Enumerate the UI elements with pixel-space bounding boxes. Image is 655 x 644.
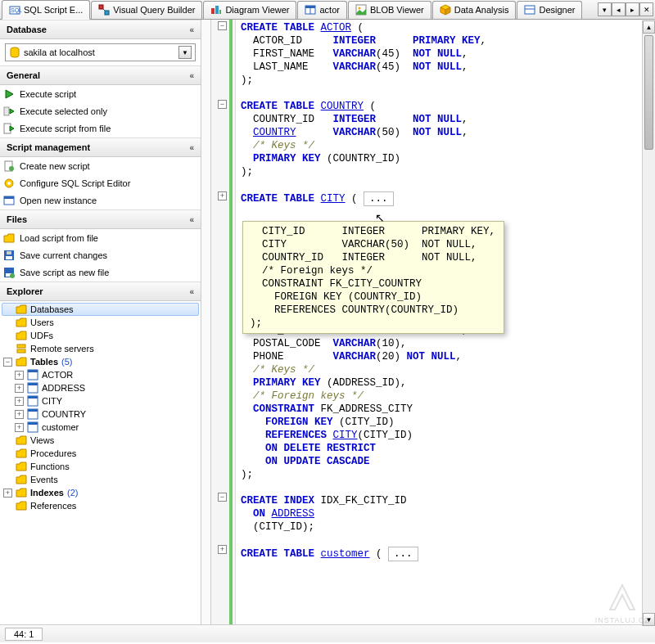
expand-icon[interactable]: + — [3, 489, 12, 498]
chevron-down-icon[interactable]: ▼ — [178, 46, 192, 59]
tab-next-button[interactable]: ▸ — [626, 2, 639, 16]
expand-icon[interactable]: + — [15, 397, 24, 406]
database-combo[interactable]: sakila at localhost ▼ — [5, 43, 196, 61]
tab-label: SQL Script E... — [24, 5, 83, 15]
tab-prev-button[interactable]: ◂ — [612, 2, 626, 16]
collapse-icon[interactable]: « — [189, 287, 194, 296]
fold-expand-icon[interactable]: + — [218, 545, 227, 554]
configure-sql-script-editor[interactable]: Configure SQL Script Editor — [2, 176, 199, 191]
tab-bar: SQL SQL Script E... Visual Query Builder… — [0, 0, 655, 20]
expand-icon[interactable]: + — [15, 423, 24, 432]
table-icon — [27, 369, 38, 381]
tree-tables[interactable]: −Tables (5) — [2, 355, 199, 368]
tree-databases[interactable]: Databases — [2, 303, 199, 316]
tree-table-city[interactable]: +CITY — [2, 394, 199, 408]
fold-expand-icon[interactable]: + — [218, 191, 227, 200]
svg-rect-13 — [525, 6, 535, 14]
svg-point-12 — [358, 7, 360, 10]
collapse-icon[interactable]: − — [3, 358, 12, 367]
tab-diagram-viewer[interactable]: Diagram Viewer — [203, 1, 296, 19]
folder-icon — [16, 330, 27, 341]
collapse-icon[interactable]: « — [189, 25, 194, 34]
database-icon — [9, 47, 20, 58]
execute-script[interactable]: Execute script — [2, 87, 199, 101]
tree-users[interactable]: Users — [2, 316, 199, 329]
fold-collapse-icon[interactable]: − — [218, 493, 227, 502]
scroll-thumb[interactable] — [644, 35, 653, 150]
svg-rect-26 — [7, 251, 11, 254]
tree-table-country[interactable]: +COUNTRY — [2, 408, 199, 421]
tab-label: Designer — [539, 5, 575, 15]
table-icon — [27, 421, 38, 433]
scroll-up-button[interactable]: ▲ — [643, 20, 655, 34]
tree-views[interactable]: Views — [2, 434, 199, 447]
tab-designer[interactable]: Designer — [517, 1, 582, 19]
folder-icon — [16, 474, 27, 485]
collapse-icon[interactable]: « — [189, 215, 194, 224]
load-script-from-file[interactable]: Load script from file — [2, 231, 199, 245]
panel-files-head[interactable]: Files « — [0, 209, 201, 229]
tab-visual-query-builder[interactable]: Visual Query Builder — [91, 1, 202, 19]
save-current-changes[interactable]: Save current changes — [2, 248, 199, 263]
tree-indexes[interactable]: +Indexes (2) — [2, 486, 199, 499]
sidebar: Database « sakila at localhost ▼ General… — [0, 20, 201, 624]
tab-label: Diagram Viewer — [225, 5, 289, 15]
save-script-as-new-file[interactable]: Save script as new file — [2, 265, 199, 280]
fold-collapse-icon[interactable]: − — [218, 21, 227, 30]
vertical-scrollbar[interactable]: ▲ ▼ — [642, 20, 655, 626]
database-combo-value: sakila at localhost — [24, 47, 95, 57]
code-tooltip: CITY_ID INTEGER PRIMARY KEY, CITY VARCHA… — [242, 221, 504, 334]
tree-functions[interactable]: Functions — [2, 460, 199, 473]
open-new-instance[interactable]: Open new instance — [2, 193, 199, 208]
execute-script-from-file[interactable]: Execute script from file — [2, 121, 199, 136]
expand-icon[interactable]: + — [15, 410, 24, 419]
collapse-icon[interactable]: « — [189, 143, 194, 152]
expand-icon[interactable]: + — [15, 371, 24, 380]
play-partial-icon — [3, 106, 15, 117]
folder-icon — [16, 356, 27, 367]
tree-table-address[interactable]: +ADDRESS — [2, 381, 199, 394]
tree-events[interactable]: Events — [2, 473, 199, 486]
execute-selected-only[interactable]: Execute selected only — [2, 104, 199, 119]
create-new-script[interactable]: Create new script — [2, 159, 199, 173]
panel-title: Script management — [7, 142, 90, 152]
tree-references[interactable]: References — [2, 499, 199, 512]
svg-rect-35 — [28, 383, 38, 385]
editor-ruler — [201, 20, 211, 624]
panel-general-head[interactable]: General « — [0, 65, 201, 85]
gear-icon — [3, 178, 15, 189]
collapse-icon[interactable]: « — [189, 71, 194, 80]
svg-rect-5 — [211, 8, 215, 14]
folder-icon — [16, 304, 27, 315]
folder-icon — [16, 435, 27, 446]
panel-scriptmgmt-head[interactable]: Script management « — [0, 137, 201, 157]
tree-udfs[interactable]: UDFs — [2, 329, 199, 342]
tree-remote-servers[interactable]: Remote servers — [2, 342, 199, 355]
folder-open-icon — [3, 232, 15, 244]
tab-close-button[interactable]: ✕ — [639, 2, 653, 16]
tab-controls: ▾ ◂ ▸ ✕ — [598, 2, 655, 16]
floppy-icon — [3, 250, 15, 261]
table-icon — [27, 408, 38, 420]
tab-data-analysis[interactable]: Data Analysis — [432, 1, 517, 19]
svg-line-4 — [103, 9, 105, 11]
panel-explorer-head[interactable]: Explorer « — [0, 281, 201, 301]
tree-table-actor[interactable]: +ACTOR — [2, 368, 199, 381]
tab-actor[interactable]: actor — [297, 1, 346, 19]
new-script-icon — [3, 160, 15, 172]
tab-dropdown-button[interactable]: ▾ — [598, 2, 612, 16]
svg-rect-33 — [28, 370, 38, 372]
svg-text:SQL: SQL — [11, 7, 22, 14]
folder-icon — [16, 487, 27, 498]
tree-table-customer[interactable]: +customer — [2, 421, 199, 434]
play-file-icon — [3, 123, 15, 134]
svg-rect-23 — [4, 196, 14, 199]
svg-rect-3 — [105, 11, 109, 15]
expand-icon[interactable]: + — [15, 384, 24, 393]
panel-database-head[interactable]: Database « — [0, 20, 201, 39]
tab-blob-viewer[interactable]: BLOB Viewer — [348, 1, 431, 19]
tab-sql-script-editor[interactable]: SQL SQL Script E... — [2, 0, 90, 20]
tree-procedures[interactable]: Procedures — [2, 447, 199, 460]
editor-gutter: − − + − + — [211, 20, 236, 624]
fold-collapse-icon[interactable]: − — [218, 100, 227, 109]
